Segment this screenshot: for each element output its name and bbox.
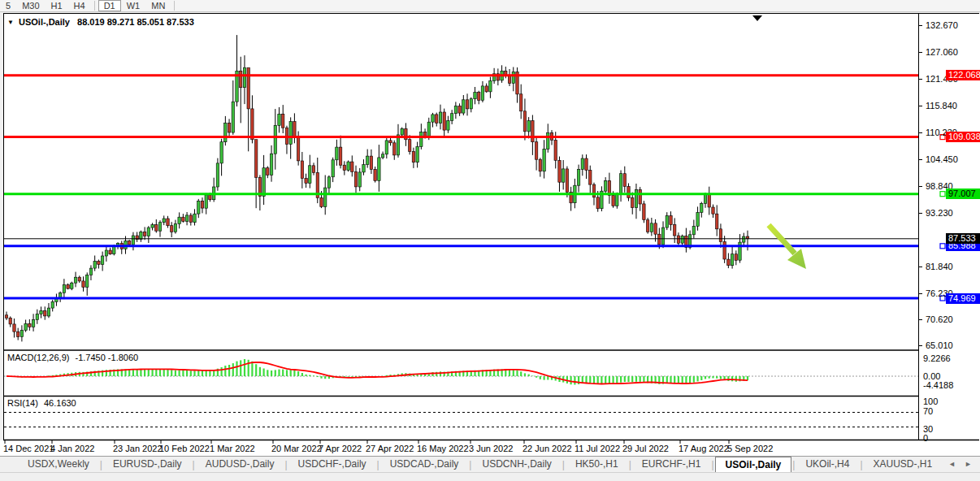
date-axis-label: 10 Feb 2022 xyxy=(159,444,210,453)
rsi-axis-label: 100 xyxy=(923,396,938,406)
instrument-tab-xauusd-h1[interactable]: XAUUSD-,H1 xyxy=(864,457,943,472)
status-bar xyxy=(0,472,980,481)
price-axis-tick-mark xyxy=(919,79,922,80)
price-line-badge: 74.969 xyxy=(946,293,980,304)
price-axis-tick-mark xyxy=(919,319,922,320)
instrument-tab-hk50-h1[interactable]: HK50-,H1 xyxy=(566,457,628,472)
instrument-tab-bar: USDX,Weekly|EURUSD-,Daily|AUDUSD-,Daily|… xyxy=(0,456,980,472)
tab-scroll-right-icon[interactable]: ► xyxy=(965,460,972,468)
date-axis-label: 27 Apr 2022 xyxy=(366,444,414,453)
chart-canvas[interactable] xyxy=(0,0,980,481)
price-axis-label: 81.840 xyxy=(926,262,953,271)
instrument-tab-usdcnh-daily[interactable]: USDCNH-,Daily xyxy=(472,457,561,472)
price-axis-tick-mark xyxy=(919,132,922,133)
price-axis-tick-mark xyxy=(919,25,922,26)
date-axis-label: 11 Jul 2022 xyxy=(575,444,620,453)
instrument-tab-usdchf-daily[interactable]: USDCHF-,Daily xyxy=(288,457,376,472)
date-axis-label: 22 Jun 2022 xyxy=(523,444,572,453)
date-axis-label: 3 Jun 2022 xyxy=(469,444,513,453)
price-axis-tick-mark xyxy=(919,186,922,187)
chart-menu-arrow-icon[interactable]: ▼ xyxy=(7,19,14,26)
current-price-badge: 87.533 xyxy=(946,233,980,244)
date-axis-label: 14 Dec 2021 xyxy=(3,444,54,453)
level-line-handle xyxy=(940,192,945,197)
price-axis-label: 93.230 xyxy=(926,208,953,218)
level-line-handle xyxy=(940,244,945,249)
rsi-axis-label: 70 xyxy=(923,406,933,416)
chart-ohlc-readout: 88.019 89.271 85.051 87.533 xyxy=(77,17,194,27)
price-axis-label: 127.060 xyxy=(926,47,958,57)
price-axis-label: 65.010 xyxy=(926,340,953,350)
price-axis-label: 104.450 xyxy=(926,154,958,164)
macd-axis-label: 9.2266 xyxy=(923,353,951,363)
price-axis-label: 115.840 xyxy=(926,101,957,110)
price-axis-tick-mark xyxy=(919,106,922,106)
date-axis-label: 17 Aug 2022 xyxy=(679,444,729,453)
price-line-badge: 122.068 xyxy=(946,70,980,80)
date-axis-label: 16 May 2022 xyxy=(417,444,469,453)
instrument-tab-audusd-daily[interactable]: AUDUSD-,Daily xyxy=(196,457,284,472)
instrument-tab-usoil-daily[interactable]: USOil-,Daily xyxy=(715,457,792,473)
price-axis-label: 132.670 xyxy=(926,20,958,30)
price-axis-tick-mark xyxy=(919,213,922,214)
price-axis-tick-mark xyxy=(919,159,922,160)
instrument-tab-usdcad-daily[interactable]: USDCAD-,Daily xyxy=(380,457,469,472)
macd-axis-label: -4.4188 xyxy=(923,380,953,390)
instrument-tab-usdx-weekly[interactable]: USDX,Weekly xyxy=(18,457,99,472)
date-axis-label: 20 Mar 2022 xyxy=(271,444,322,453)
tab-scroll-left-icon[interactable]: ◄ xyxy=(948,460,956,468)
price-line-badge: 109.038 xyxy=(946,132,980,142)
date-axis-label: 29 Jul 2022 xyxy=(622,444,669,453)
price-axis-tick-mark xyxy=(919,266,922,267)
date-axis-label: 4 Jan 2022 xyxy=(50,444,94,453)
price-axis-tick-mark xyxy=(919,52,922,53)
date-axis-label: 5 Sep 2022 xyxy=(727,444,773,453)
mt4-terminal: 5M30H1H4D1W1MN ▼ USOil-,Daily 88.019 89.… xyxy=(0,0,980,481)
rsi-indicator-label: RSI(14) 46.1630 xyxy=(7,398,76,408)
macd-indicator-label: MACD(12,26,9) -1.7450 -1.8060 xyxy=(7,353,138,362)
date-axis-label: 7 Apr 2022 xyxy=(319,444,362,453)
instrument-tab-ukoil-h4[interactable]: UKOil-,H4 xyxy=(796,457,859,472)
instrument-tab-eurusd-daily[interactable]: EURUSD-,Daily xyxy=(103,457,192,472)
chart-title: ▼ USOil-,Daily 88.019 89.271 85.051 87.5… xyxy=(7,17,194,27)
price-axis-tick-mark xyxy=(919,293,922,294)
rsi-axis-label: 0 xyxy=(923,433,928,443)
date-axis-label: 1 Mar 2022 xyxy=(210,444,255,453)
price-axis-tick-mark xyxy=(919,345,922,346)
chart-symbol-period: USOil-,Daily xyxy=(19,17,70,27)
price-line-badge: 97.007 xyxy=(946,188,980,199)
date-axis-label: 23 Jan 2022 xyxy=(113,444,163,453)
price-axis-label: 70.620 xyxy=(926,314,953,324)
instrument-tab-eurchf-h1[interactable]: EURCHF-,H1 xyxy=(632,457,711,472)
